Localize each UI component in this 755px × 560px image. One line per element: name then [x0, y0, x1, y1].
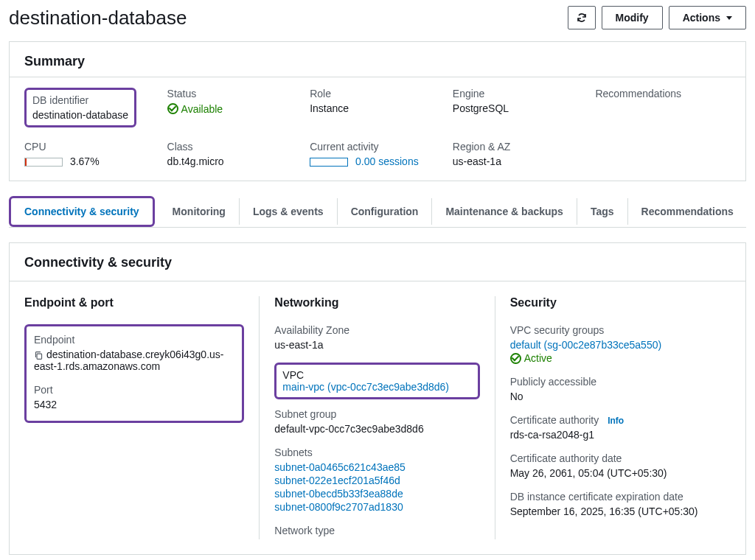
db-cert-exp-label: DB instance certificate expiration date	[510, 491, 716, 503]
db-cert-exp-value: September 16, 2025, 16:35 (UTC+05:30)	[510, 505, 716, 517]
region-az-label: Region & AZ	[453, 141, 588, 153]
vpc-label: VPC	[282, 369, 471, 381]
current-activity-value: 0.00 sessions	[310, 155, 445, 167]
tab-monitoring[interactable]: Monitoring	[159, 198, 240, 225]
subnet-list: subnet-0a0465c621c43ae85 subnet-022e1ecf…	[274, 461, 479, 513]
subnet-link[interactable]: subnet-022e1ecf201a5f46d	[274, 475, 479, 486]
endpoint-value: destination-database.creyk06i43g0.us-eas…	[34, 349, 234, 372]
header-actions: Modify Actions	[568, 6, 746, 29]
cpu-label: CPU	[24, 141, 160, 153]
summary-panel: Summary DB identifier destination-databa…	[9, 41, 746, 181]
cert-auth-date-label: Certificate authority date	[510, 452, 716, 464]
engine-label: Engine	[453, 88, 588, 99]
publicly-accessible-label: Publicly accessible	[510, 376, 716, 388]
endpoint-port-column: Endpoint & port Endpoint destination-dat…	[24, 296, 260, 539]
db-identifier-value: destination-database	[32, 109, 128, 121]
copy-icon[interactable]	[34, 351, 44, 360]
check-circle-icon	[167, 103, 178, 114]
az-value: us-east-1a	[274, 339, 479, 351]
vpc-highlight: VPC main-vpc (vpc-0cc7c3ec9abe3d8d6)	[274, 363, 479, 399]
chevron-down-icon	[726, 16, 732, 20]
refresh-button[interactable]	[568, 6, 596, 29]
db-identifier-highlight: DB identifier destination-database	[24, 88, 136, 127]
connectivity-security-title: Connectivity & security	[10, 243, 745, 281]
tabs: Connectivity & security Monitoring Logs …	[9, 196, 746, 228]
security-title: Security	[510, 296, 716, 309]
endpoint-port-title: Endpoint & port	[24, 296, 244, 309]
status-value: Available	[167, 103, 223, 115]
vpc-sg-label: VPC security groups	[510, 324, 716, 336]
sessions-bar	[310, 158, 348, 167]
check-circle-icon	[510, 353, 521, 364]
networking-title: Networking	[274, 296, 479, 309]
current-activity-label: Current activity	[310, 141, 445, 153]
subnet-link[interactable]: subnet-0becd5b33f3ea88de	[274, 488, 479, 500]
security-column: Security VPC security groups default (sg…	[495, 296, 731, 539]
actions-label: Actions	[683, 12, 720, 24]
network-type-label: Network type	[274, 525, 479, 536]
endpoint-label: Endpoint	[34, 334, 234, 346]
networking-column: Networking Availability Zone us-east-1a …	[260, 296, 495, 539]
subnet-group-label: Subnet group	[274, 408, 479, 420]
subnet-link[interactable]: subnet-0a0465c621c43ae85	[274, 461, 479, 473]
engine-value: PostgreSQL	[453, 102, 588, 114]
tab-connectivity-security[interactable]: Connectivity & security	[9, 196, 155, 227]
db-identifier-label: DB identifier	[32, 94, 128, 106]
cpu-value: 3.67%	[24, 155, 160, 167]
modify-button[interactable]: Modify	[602, 6, 663, 29]
endpoint-highlight: Endpoint destination-database.creyk06i43…	[24, 324, 244, 423]
cpu-bar	[24, 158, 63, 167]
refresh-icon	[576, 12, 588, 24]
publicly-accessible-value: No	[510, 391, 716, 402]
recommendations-label: Recommendations	[595, 88, 731, 99]
subnets-label: Subnets	[274, 447, 479, 458]
port-value: 5432	[34, 399, 234, 410]
svg-rect-0	[37, 354, 42, 359]
class-label: Class	[167, 141, 303, 153]
status-label: Status	[167, 88, 303, 99]
connectivity-security-panel: Connectivity & security Endpoint & port …	[9, 242, 746, 555]
tab-tags[interactable]: Tags	[577, 198, 628, 225]
subnet-link[interactable]: subnet-0800f9c2707ad1830	[274, 501, 479, 513]
sessions-link[interactable]: 0.00 sessions	[355, 155, 419, 167]
tab-logs-events[interactable]: Logs & events	[240, 198, 338, 225]
tab-configuration[interactable]: Configuration	[338, 198, 433, 225]
region-az-value: us-east-1a	[453, 155, 588, 167]
tab-maintenance-backups[interactable]: Maintenance & backups	[432, 198, 577, 225]
page-title: destination-database	[9, 7, 187, 29]
cert-auth-label: Certificate authority Info	[510, 414, 716, 426]
tab-recommendations[interactable]: Recommendations	[628, 198, 747, 225]
role-label: Role	[310, 88, 445, 99]
subnet-group-value: default-vpc-0cc7c3ec9abe3d8d6	[274, 423, 479, 435]
class-value: db.t4g.micro	[167, 155, 303, 167]
vpc-link[interactable]: main-vpc (vpc-0cc7c3ec9abe3d8d6)	[282, 381, 471, 393]
summary-title: Summary	[10, 42, 745, 77]
cert-auth-date-value: May 26, 2061, 05:04 (UTC+05:30)	[510, 467, 716, 479]
vpc-sg-link[interactable]: default (sg-00c2e87b33ce5a550)	[510, 339, 716, 351]
port-label: Port	[34, 384, 234, 396]
cert-auth-info-link[interactable]: Info	[608, 416, 624, 426]
role-value: Instance	[310, 102, 445, 114]
actions-button[interactable]: Actions	[669, 6, 746, 29]
az-label: Availability Zone	[274, 324, 479, 336]
vpc-sg-status: Active	[510, 352, 552, 364]
cert-auth-value: rds-ca-rsa2048-g1	[510, 429, 716, 441]
